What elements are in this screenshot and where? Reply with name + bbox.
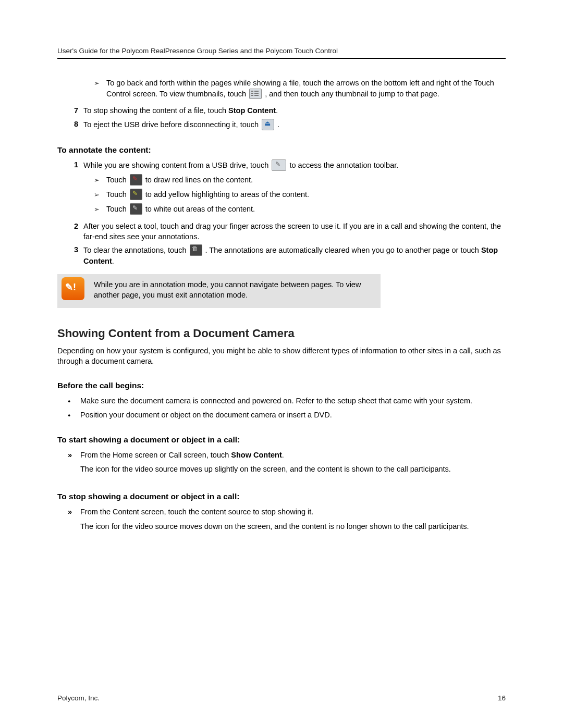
follow-paragraph: The icon for the video source moves up s… [80,464,451,474]
header-rule [57,58,506,59]
annotation-toolbar-icon [272,159,286,171]
raquo-icon [68,507,77,534]
subheading-stop: To stop showing a document or object in … [57,492,506,501]
step-body: To clear the annotations, touch . The an… [83,245,506,267]
arrow-bullet-icon [94,175,103,186]
annotate-step-1: 1 While you are showing content from a U… [68,160,506,219]
eject-icon [262,119,274,130]
warning-note-icon [62,277,84,300]
footer-company: Polycom, Inc. [57,694,100,702]
sub-item-text: To go back and forth within the pages wh… [106,78,506,100]
note-callout: While you are in annotation mode, you ca… [57,274,381,308]
bullet-icon [68,396,77,406]
section-heading: Showing Content from a Document Camera [57,327,506,340]
step-continuation: To go back and forth within the pages wh… [68,75,506,103]
thumbnails-icon [249,89,262,99]
note-text: While you are in annotation mode, you ca… [89,274,381,308]
list-item: From the Content screen, touch the conte… [80,507,469,534]
step-number: 3 [68,245,78,267]
list-item: From the Home screen or Call screen, tou… [80,450,451,477]
running-header: User's Guide for the Polycom RealPresenc… [57,47,506,58]
subheading-before: Before the call begins: [57,381,506,390]
page-footer: Polycom, Inc. 16 [57,694,506,702]
document-page: User's Guide for the Polycom RealPresenc… [0,0,563,728]
sub-item-text: Touch to draw red lines on the content. [106,175,253,186]
step-number-blank [68,75,78,103]
step-body: To stop showing the content of a file, t… [83,106,506,116]
step-body: After you select a tool, touch and drag … [83,221,506,242]
list-item: Position your document or object on the … [80,410,332,421]
white-out-icon [130,203,142,215]
sub-item-text: Touch to white out areas of the content. [106,204,255,215]
step-body: To eject the USB drive before disconnect… [83,119,506,131]
step-7: 7 To stop showing the content of a file,… [68,106,506,116]
subheading-start: To start showing a document or object in… [57,435,506,445]
subheading-annotate: To annotate the content: [57,145,506,155]
step-number: 7 [68,106,78,116]
step-number: 2 [68,221,78,242]
arrow-bullet-icon [94,189,103,201]
list-item: Make sure the document camera is connect… [80,396,472,406]
section-paragraph: Depending on how your system is configur… [57,346,506,367]
content-area: To go back and forth within the pages wh… [68,75,506,131]
step-body: While you are showing content from a USB… [83,160,506,219]
yellow-highlight-icon [130,189,142,200]
red-pen-icon [130,174,142,186]
trash-icon [190,244,202,256]
arrow-bullet-icon [94,78,103,100]
step-number: 1 [68,160,78,219]
step-8: 8 To eject the USB drive before disconne… [68,119,506,131]
page-number: 16 [498,694,506,702]
annotate-step-2: 2 After you select a tool, touch and dra… [68,221,506,242]
follow-paragraph: The icon for the video source moves down… [80,521,469,532]
sub-item-text: Touch to add yellow highlighting to area… [106,189,309,201]
note-icon-wrap [57,274,89,308]
arrow-bullet-icon [94,204,103,215]
bullet-icon [68,410,77,421]
annotate-step-3: 3 To clear the annotations, touch . The … [68,245,506,267]
raquo-icon [68,450,77,477]
step-number: 8 [68,119,78,131]
